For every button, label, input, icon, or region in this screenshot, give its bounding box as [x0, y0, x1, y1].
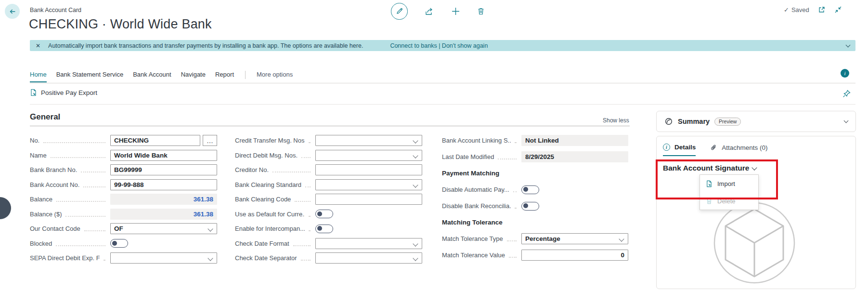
check-date-separator-select[interactable] [315, 252, 422, 264]
banner-message: Automatically import bank transactions a… [48, 42, 363, 49]
balance-field[interactable]: 361.38 [110, 194, 217, 205]
summary-title: Summary [678, 118, 710, 125]
chevron-down-icon [413, 182, 418, 187]
banner-chevron-down-icon[interactable] [846, 42, 851, 47]
field-row: Bank Account Linking S... Not Linked [442, 135, 628, 146]
tab-navigate[interactable]: Navigate [181, 71, 206, 81]
check-icon: ✓ [784, 6, 789, 13]
field-row: Last Date Modified 8/29/2025 [442, 151, 628, 162]
bank-account-no-input[interactable]: 99-99-888 [110, 179, 217, 190]
pushpin-icon [842, 90, 851, 98]
chevron-down-icon [413, 153, 418, 158]
field-row: Bank Clearing Code [235, 194, 422, 205]
bank-clearing-code-input[interactable] [315, 194, 422, 205]
chevron-down-icon [619, 236, 624, 241]
name-input[interactable]: World Wide Bank [110, 150, 217, 161]
chevron-down-icon [413, 241, 418, 246]
field-row: Match Tolerance Type Percentage [442, 233, 628, 244]
field-row: Name World Wide Bank [30, 150, 217, 161]
tab-home[interactable]: Home [30, 71, 47, 82]
matching-tolerance-subheader: Matching Tolerance [442, 217, 628, 228]
chevron-down-icon [207, 226, 213, 231]
open-in-new-window-button[interactable] [818, 6, 826, 13]
banner-links[interactable]: Connect to banks | Don't show again [390, 42, 488, 49]
bank-account-card-page: Bank Account Card CHECKING · World Wide … [0, 0, 868, 291]
new-button[interactable] [452, 7, 460, 15]
no-lookup-button[interactable]: … [203, 135, 217, 146]
field-row: Blocked [30, 238, 217, 249]
info-circle-icon: i [663, 144, 670, 151]
tab-details[interactable]: i Details [663, 144, 696, 156]
disable-automatic-payment-toggle[interactable] [521, 185, 539, 194]
delete-button[interactable] [477, 7, 485, 15]
positive-pay-export-label[interactable]: Positive Pay Export [41, 89, 97, 96]
our-contact-code-select[interactable]: OF [110, 223, 217, 234]
field-row: Balance ($) 361.38 [30, 209, 217, 220]
preview-badge: Preview [714, 118, 741, 126]
page-caption: Bank Account Card [30, 7, 81, 13]
collapse-window-button[interactable] [834, 6, 842, 13]
info-icon[interactable]: i [841, 69, 849, 78]
action-bar-divider [30, 104, 855, 105]
general-column-3: Bank Account Linking S... Not Linked Las… [442, 135, 628, 266]
general-column-2: Credit Transfer Msg. Nos. Direct Debit M… [235, 135, 422, 267]
direct-debit-msg-nos-select[interactable] [315, 150, 422, 161]
back-arrow-icon [8, 7, 17, 16]
tab-bank-account[interactable]: Bank Account [133, 71, 171, 81]
credit-transfer-msg-nos-select[interactable] [315, 135, 422, 146]
tab-report[interactable]: Report [215, 71, 234, 81]
field-row: Balance 361.38 [30, 194, 217, 205]
signature-dropdown-menu: Import Delete [700, 174, 759, 210]
use-as-default-toggle[interactable] [315, 210, 333, 218]
bank-clearing-standard-select[interactable] [315, 179, 422, 190]
show-less-link[interactable]: Show less [603, 117, 629, 124]
check-date-format-select[interactable] [315, 238, 422, 249]
collapse-arrows-icon [834, 6, 842, 13]
tab-bank-statement-service[interactable]: Bank Statement Service [56, 71, 123, 81]
back-button[interactable] [5, 4, 20, 19]
tab-attachments[interactable]: Attachments (0) [710, 144, 767, 156]
collapsed-pane-handle[interactable] [0, 197, 11, 219]
positive-pay-export-button[interactable] [30, 89, 37, 96]
last-date-modified-field: 8/29/2025 [521, 151, 628, 162]
share-button[interactable] [425, 7, 434, 15]
banner-close-button[interactable]: ✕ [36, 43, 40, 49]
summary-chevron-down-icon[interactable] [844, 119, 849, 123]
summary-icon [664, 117, 673, 126]
chevron-down-icon [413, 255, 418, 261]
more-options-button[interactable]: More options [257, 71, 293, 81]
action-bar: Positive Pay Export [30, 89, 97, 96]
creditor-no-input[interactable] [315, 164, 422, 175]
general-section-heading: General [30, 112, 60, 122]
edit-button[interactable] [391, 3, 408, 20]
field-row: Match Tolerance Value 0 [442, 250, 628, 261]
balance-lcy-field[interactable]: 361.38 [110, 209, 217, 220]
bank-branch-no-input[interactable]: BG99999 [110, 164, 217, 175]
notification-banner: ✕ Automatically import bank transactions… [30, 40, 855, 51]
menu-item-delete[interactable]: Delete [700, 192, 758, 210]
blocked-toggle[interactable] [110, 239, 128, 248]
details-card: i Details Attachments (0) Bank Account S… [656, 136, 856, 289]
field-row: Bank Account No. 99-99-888 [30, 179, 217, 190]
sepa-direct-debit-select[interactable] [110, 252, 217, 264]
summary-card: Summary Preview [656, 111, 856, 132]
ribbon-tabs: Home Bank Statement Service Bank Account… [30, 71, 293, 82]
signature-chevron-down-icon [752, 165, 757, 170]
page-title: CHECKING · World Wide Bank [29, 17, 212, 32]
field-row: No. CHECKING … [30, 135, 217, 146]
bank-account-signature-heading[interactable]: Bank Account Signature [663, 164, 849, 172]
menu-item-import[interactable]: Import [700, 175, 758, 192]
document-export-icon [30, 89, 37, 96]
disable-bank-reconciliation-toggle[interactable] [521, 202, 539, 211]
field-row: Creditor No. [235, 164, 422, 175]
field-row: Disable Bank Reconcilia... [442, 200, 628, 212]
field-row: Bank Branch No. BG99999 [30, 164, 217, 175]
share-icon [425, 7, 434, 15]
match-tolerance-type-select[interactable]: Percentage [521, 233, 628, 244]
pin-button[interactable] [842, 90, 851, 98]
no-input[interactable]: CHECKING [110, 135, 200, 146]
match-tolerance-value-input[interactable]: 0 [521, 250, 628, 261]
field-row: Our Contact Code OF [30, 223, 217, 234]
enable-intercompany-toggle[interactable] [315, 225, 333, 233]
field-row: Check Date Separator [235, 252, 422, 264]
